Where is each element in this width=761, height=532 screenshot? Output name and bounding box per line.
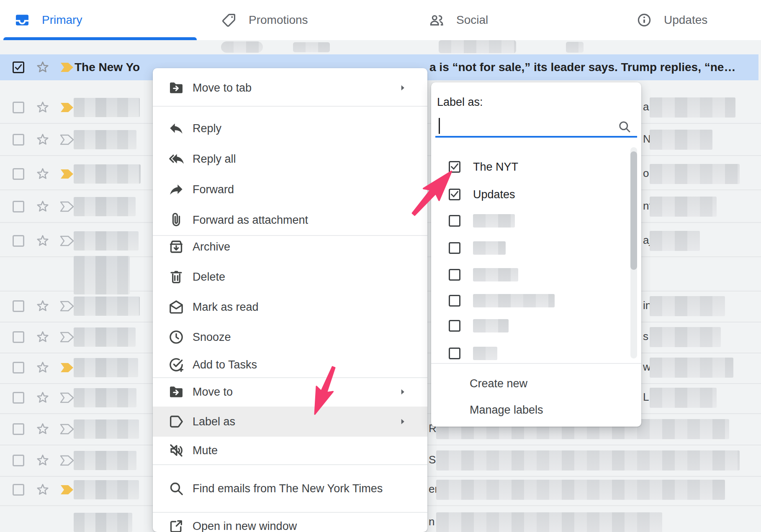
checkbox-icon[interactable] [449,295,460,307]
importance-marker-icon[interactable] [59,61,75,73]
row-checkbox[interactable] [13,300,24,312]
menu-item-find-emails[interactable]: Find emails from The New York Times [153,473,427,504]
inbox-icon [14,12,30,28]
menu-item-forward-as-attachment[interactable]: Forward as attachment [153,205,427,235]
checkbox-checked-icon[interactable] [449,189,460,200]
checkbox-icon[interactable] [449,269,460,281]
row-checkbox[interactable] [13,484,24,496]
scrollbar-track[interactable] [630,147,637,358]
importance-marker-icon[interactable] [59,168,75,180]
redacted-snippet [650,388,717,408]
importance-marker-icon[interactable] [59,362,75,373]
move-to-tab-icon [168,79,185,96]
row-checkbox[interactable] [13,455,24,466]
manage-labels-button[interactable]: Manage labels [431,398,641,422]
star-icon[interactable] [35,299,50,314]
search-caret [439,118,440,134]
label-as-popup: Label as: The NYTUpdates Create new Mana… [431,82,641,427]
importance-marker-icon[interactable] [59,423,75,435]
row-checkbox[interactable] [13,168,24,180]
row-checkbox[interactable] [13,235,24,247]
star-icon[interactable] [35,453,50,468]
menu-item-label: Find emails from The New York Times [193,482,383,495]
star-icon[interactable] [35,166,50,182]
row-checkbox[interactable] [13,362,24,373]
label-item-the-nyt[interactable]: The NYT [449,158,518,176]
label-item[interactable] [449,317,509,335]
row-checkbox[interactable] [13,331,24,343]
importance-marker-icon[interactable] [59,102,75,113]
star-icon[interactable] [35,199,50,214]
importance-marker-icon[interactable] [59,331,75,343]
row-checkbox-checked[interactable] [13,61,24,73]
checkbox-icon[interactable] [449,320,460,332]
label-item[interactable] [449,212,515,230]
label-item[interactable] [449,266,518,284]
importance-marker-icon[interactable] [59,484,75,496]
menu-item-reply-all[interactable]: Reply all [153,144,427,174]
menu-item-snooze[interactable]: Snooze [153,322,427,352]
star-icon[interactable] [35,100,50,115]
checkbox-icon[interactable] [449,215,460,227]
importance-marker-icon[interactable] [59,235,75,247]
gmail-screen: Primary Promotions Social Updates [0,0,761,532]
menu-item-label-as[interactable]: Label as [153,407,427,437]
checkbox-icon[interactable] [449,242,460,254]
menu-item-reply[interactable]: Reply [153,113,427,143]
menu-item-label: Delete [193,271,225,284]
create-new-button[interactable]: Create new [431,372,641,395]
menu-item-mark-as-read[interactable]: Mark as read [153,292,427,322]
label-item[interactable] [449,292,555,309]
checkbox-checked-icon[interactable] [449,161,460,173]
checkbox-icon[interactable] [449,348,460,359]
menu-divider [153,512,427,513]
snooze-icon [168,329,185,345]
star-icon[interactable] [35,330,50,345]
importance-marker-icon[interactable] [59,134,75,146]
redacted-label-name [473,214,515,228]
redacted-snippet [650,231,700,251]
menu-item-open-in-new-window[interactable]: Open in new window [153,511,427,532]
row-checkbox[interactable] [13,134,24,146]
menu-item-move-to-tab[interactable]: Move to tab [153,73,427,103]
row-checkbox[interactable] [13,392,24,404]
label-item[interactable] [449,239,506,257]
tab-primary[interactable]: Primary [14,0,82,40]
menu-item-forward[interactable]: Forward [153,174,427,205]
importance-marker-icon[interactable] [59,201,75,212]
redacted-sender [74,256,130,294]
menu-item-archive[interactable]: Archive [153,232,427,262]
open-in-new-window-icon [168,518,185,532]
scrollbar-thumb[interactable] [630,151,637,270]
snippet-edge-text: L [643,391,649,404]
row-checkbox[interactable] [13,102,24,113]
row-checkbox[interactable] [13,201,24,212]
tab-promotions[interactable]: Promotions [221,0,308,40]
tab-updates[interactable]: Updates [636,0,707,40]
star-icon[interactable] [35,360,50,375]
redacted-blob [221,41,263,53]
star-icon[interactable] [35,482,50,497]
label-item-updates[interactable]: Updates [449,186,515,203]
menu-item-mute[interactable]: Mute [153,435,427,466]
search-icon[interactable] [617,119,632,134]
star-icon[interactable] [35,132,50,147]
label-item[interactable] [449,345,497,362]
add-to-tasks-icon [168,356,185,373]
importance-marker-icon[interactable] [59,455,75,466]
menu-item-add-to-tasks[interactable]: Add to Tasks [153,350,427,380]
tab-social[interactable]: Social [429,0,488,40]
importance-marker-icon[interactable] [59,392,75,404]
importance-marker-icon[interactable] [59,300,75,312]
redacted-label-name [473,241,506,255]
star-icon[interactable] [35,233,50,248]
redacted-sender [74,197,136,216]
star-icon[interactable] [35,390,50,405]
redacted-snippet [436,512,662,532]
menu-item-move-to[interactable]: Move to [153,377,427,407]
redacted-blob [439,40,516,53]
star-icon[interactable] [35,422,50,437]
row-checkbox[interactable] [13,423,24,435]
star-icon[interactable] [35,60,50,75]
menu-item-delete[interactable]: Delete [153,262,427,292]
